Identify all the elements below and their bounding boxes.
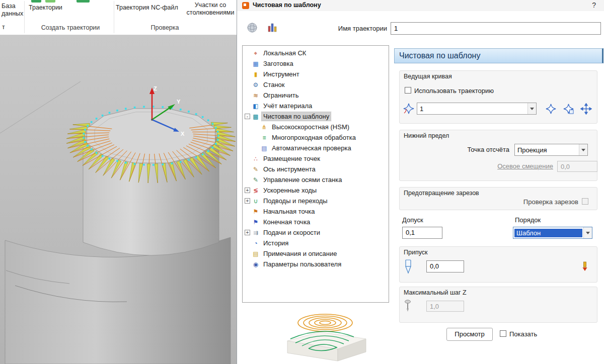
ribbon-partial-label: т — [2, 24, 5, 31]
y-axis-label: Y — [177, 99, 181, 105]
tree-item-label: Параметры пользователя — [262, 260, 343, 268]
viewport-canvas: Z Y X — [0, 35, 237, 364]
tree-item-machine-axes[interactable]: ✎Управление осями станка — [243, 174, 389, 185]
viewport-3d[interactable]: Z Y X — [0, 35, 237, 364]
chevron-down-icon[interactable] — [579, 144, 587, 155]
tolerance-label: Допуск — [402, 216, 423, 224]
tree-expander[interactable]: + — [245, 188, 250, 193]
ribbon-icon-fragment — [45, 0, 55, 3]
tree-item-end-point[interactable]: ⚑Конечная точка — [243, 217, 389, 227]
panel-header: Чистовая по шаблону — [394, 48, 603, 63]
trajectory-name-input[interactable] — [391, 22, 601, 35]
tree-item-feeds[interactable]: +⇉Подачи и скорости — [243, 227, 389, 238]
tree-item-restrict[interactable]: ≋Ограничить — [243, 90, 389, 101]
chevron-down-icon[interactable] — [527, 103, 536, 114]
stock-tool-button[interactable] — [401, 258, 415, 275]
tree-expander-spacer — [253, 145, 259, 151]
max-step-icon-button — [402, 298, 414, 314]
machine-axes-icon: ✎ — [252, 176, 260, 184]
tool-icon: ▮ — [252, 71, 260, 78]
tree-item-label: Управление осями станка — [262, 175, 343, 184]
group-max-step-title: Максимальный шаг Z — [404, 289, 467, 296]
group-stock: Припуск 0,0 — [399, 246, 597, 283]
tree-item-rapid[interactable]: +≶Ускоренные ходы — [243, 185, 389, 196]
tree-expander-spacer — [245, 103, 250, 109]
tree-item-label: Примечания и описание — [262, 249, 338, 258]
autocheck-icon: ▤ — [260, 145, 268, 152]
dialog-titlebar: Чистовая по шаблону ? — [237, 0, 604, 11]
tree-item-label: Автоматическая проверка — [270, 144, 353, 152]
columns-icon — [267, 23, 278, 33]
tree-expander[interactable]: + — [245, 198, 250, 204]
reference-point-label: Точка отсчёта — [430, 146, 509, 153]
ribbon-button-collisions[interactable]: Участки со столкновениями — [185, 2, 236, 17]
tree-item-notes[interactable]: ▤Примечания и описание — [243, 248, 389, 259]
tree-item-tool-axis[interactable]: ✎Ось инструмента — [243, 164, 389, 174]
chevron-down-icon[interactable] — [583, 227, 592, 238]
curve-remove-button[interactable] — [561, 102, 575, 116]
tree-item-label: Чистовая по шаблону — [262, 112, 331, 121]
curve-pick-button[interactable] — [402, 101, 416, 116]
tree-item-history[interactable]: ◔История — [243, 238, 389, 248]
tree-item-leads[interactable]: +∪Подводы и переходы — [243, 196, 389, 206]
stock-measure-button[interactable] — [579, 260, 591, 273]
show-checkbox[interactable] — [500, 330, 506, 337]
tree-item-label: Учёт материала — [262, 102, 314, 110]
tree-item-local-cs[interactable]: ⌖Локальная СК — [243, 48, 389, 58]
preview-button[interactable]: Просмотр — [446, 328, 493, 341]
tree-item-start-point[interactable]: ⚑Начальная точка — [243, 206, 389, 217]
tree-item-tool[interactable]: ▮Инструмент — [243, 69, 389, 79]
tree-item-workpiece[interactable]: ▦Заготовка — [243, 58, 389, 69]
ribbon-button-nc-file[interactable]: Траектория NC-файл — [116, 4, 178, 12]
local-cs-icon: ⌖ — [252, 50, 260, 57]
ribbon-separator — [114, 1, 114, 33]
z-axis-label: Z — [154, 85, 157, 92]
tree-expander[interactable]: + — [245, 230, 250, 235]
tree-item-finishing[interactable]: -▩Чистовая по шаблону — [243, 111, 389, 122]
tree-item-machine[interactable]: ⚙Станок — [243, 79, 389, 90]
tree-item-multipass[interactable]: ≡Многопроходная обработка — [243, 132, 389, 143]
use-trajectory-checkbox[interactable] — [405, 87, 411, 94]
tolerance-field[interactable]: 0,1 — [402, 227, 442, 239]
tree-item-points[interactable]: ∴Размещение точек — [243, 153, 389, 164]
tree-item-user-params[interactable]: ◉Параметры пользователя — [243, 259, 389, 269]
material-icon: ◧ — [252, 103, 260, 110]
user-params-icon: ◉ — [252, 261, 260, 268]
ribbon-button-trajectories[interactable]: Траектории — [29, 4, 62, 12]
ribbon-tab-database[interactable]: База данных — [2, 3, 25, 18]
tree-expander-spacer — [245, 251, 250, 256]
strategy-preview-image — [273, 304, 380, 362]
tree-item-label: Ограничить — [262, 91, 300, 100]
use-trajectory-label: Использовать траекторию — [414, 87, 494, 95]
tree-expander-spacer — [245, 219, 250, 225]
axes-origin — [151, 119, 153, 121]
tree-item-autocheck[interactable]: ▤Автоматическая проверка — [243, 143, 389, 153]
tree-item-label: Конечная точка — [262, 218, 312, 226]
leading-curve-combobox[interactable]: 1 — [417, 103, 537, 115]
group-leading-curve-title: Ведущая кривая — [404, 73, 452, 80]
trajectory-name-label: Имя траектории — [323, 25, 387, 32]
stock-field[interactable]: 0,0 — [426, 260, 464, 272]
help-button[interactable]: ? — [592, 1, 596, 9]
tree-item-label: История — [262, 239, 290, 247]
tree-expander-spacer — [253, 124, 259, 130]
group-gouge-prevention: Предотвращение зарезов Проверка зарезов — [399, 187, 597, 210]
order-combobox[interactable]: Шаблон — [513, 227, 592, 239]
tool-axis-icon: ✎ — [252, 166, 260, 173]
tree-item-material[interactable]: ◧Учёт материала — [243, 101, 389, 111]
reference-point-combobox[interactable]: Проекция — [514, 144, 588, 156]
tree-expander[interactable]: - — [245, 114, 250, 119]
tree-expander-spacer — [245, 50, 250, 56]
view-mode-button[interactable] — [244, 20, 260, 35]
curve-select-button[interactable] — [544, 102, 558, 116]
max-step-field: 1,0 — [426, 301, 464, 312]
parameters-view-button[interactable] — [264, 20, 280, 35]
tree-expander-spacer — [245, 93, 250, 98]
curve-options-button[interactable] — [579, 102, 593, 116]
reference-point-value: Проекция — [515, 146, 579, 154]
order-label: Порядок — [515, 216, 541, 224]
dialog-finishing-by-template: Чистовая по шаблону ? Имя траектории ⌖Ло… — [237, 0, 604, 364]
tree-item-hsm[interactable]: ⋔Высокоскоростная (HSM) — [243, 122, 389, 132]
tree-item-label: Станок — [262, 80, 286, 89]
group-lower-limit: Нижний предел Точка отсчёта Проекция Осе… — [399, 130, 597, 181]
